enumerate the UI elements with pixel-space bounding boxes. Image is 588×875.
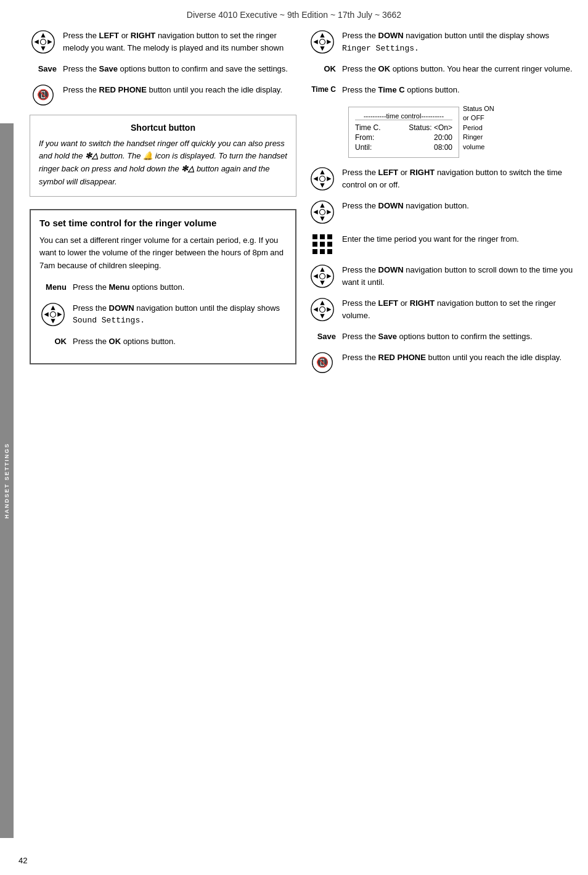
tc-annotation: Status ONor OFF [463,104,494,123]
svg-marker-51 [327,307,331,311]
step-text: Press the LEFT or RIGHT navigation butto… [342,297,576,321]
phone-icon: 📵 [30,84,57,106]
list-item: Press the DOWN navigation button until t… [309,30,576,54]
svg-marker-49 [320,314,324,318]
step-text: Press the OK options button. [73,335,287,348]
svg-marker-42 [320,267,324,271]
step-text: Press the Save options button to confirm… [63,63,296,75]
svg-marker-1 [41,33,45,37]
keypad-icon [309,233,336,255]
step-label-menu: Menu [39,281,67,292]
svg-marker-2 [41,46,45,51]
svg-marker-27 [320,203,324,207]
tc-label: Until: [355,143,372,152]
nav-icon [309,30,336,54]
list-item: Time C Press the Time C options button. [309,84,576,96]
nav-icon [309,166,336,191]
shortcut-text: If you want to switch the handset ringer… [39,138,287,189]
nav-icon [39,302,67,327]
svg-point-13 [50,311,55,317]
svg-rect-37 [327,242,332,247]
nav-icon [309,264,336,289]
svg-marker-9 [51,305,55,310]
svg-marker-16 [320,46,324,51]
svg-marker-18 [327,39,331,44]
header-title: Diverse 4010 Executive ~ 9th Edition ~ 1… [187,10,401,20]
sidebar-label: HANDSET SETTINGS [4,443,10,519]
svg-rect-33 [320,234,325,239]
list-item: Save Press the Save options button to co… [30,63,296,75]
tc-label: From: [355,133,374,142]
right-column: Press the DOWN navigation button until t… [309,30,576,382]
tc-annotations: Status ONor OFF Period Ringervolume [463,104,494,152]
step-text: Press the LEFT or RIGHT navigation butto… [342,166,576,191]
list-item: Press the DOWN navigation button until t… [39,302,287,327]
svg-marker-12 [57,312,62,316]
tc-header: ----------time control---------- [355,112,452,120]
svg-rect-35 [312,242,317,247]
tc-value: 08:00 [434,143,452,152]
step-text: Press the DOWN navigation button to scro… [342,264,576,288]
svg-marker-21 [320,170,324,174]
svg-rect-36 [320,242,325,247]
tc-row: From: 20:00 [355,133,452,142]
step-text: Enter the time period you want for the r… [342,233,576,245]
svg-marker-29 [313,210,317,214]
list-item: 📵 Press the RED PHONE button until you r… [30,84,296,106]
svg-point-5 [40,39,46,44]
shortcut-box: Shortcut button If you want to switch th… [30,115,296,197]
list-item: Press the LEFT or RIGHT navigation butto… [30,30,296,54]
nav-icon [30,30,57,54]
nav-icon [309,297,336,322]
tc-annotation: Ringervolume [463,133,494,152]
svg-text:📵: 📵 [316,356,329,369]
time-control-display: ----------time control---------- Time C.… [342,104,576,160]
time-control-box: ----------time control---------- Time C.… [348,107,459,158]
svg-text:📵: 📵 [37,88,50,101]
list-item: Save Press the Save options button to co… [309,331,576,343]
tc-row: Until: 08:00 [355,142,452,152]
step-label-ok: OK [309,63,336,73]
tc-label: Time C. [355,123,381,132]
svg-marker-10 [51,319,55,323]
svg-rect-40 [327,249,332,254]
step-text: Press the RED PHONE button until you rea… [63,84,296,96]
step-text: Press the RED PHONE button until you rea… [342,351,576,364]
list-item: 📵 Press the RED PHONE button until you r… [309,351,576,374]
svg-marker-50 [313,307,317,311]
list-item: OK Press the OK options button. You hear… [309,63,576,75]
svg-point-25 [319,176,325,181]
section-intro: You can set a different ringer volume fo… [39,234,287,273]
step-label-save: Save [30,63,57,73]
tc-value: 20:00 [434,133,452,142]
svg-point-46 [319,273,325,279]
svg-rect-34 [327,234,332,239]
step-label-ok: OK [39,335,67,346]
step-text: Press the Time C options button. [342,84,576,96]
step-text: Press the Save options button to confirm… [342,331,576,343]
svg-marker-17 [313,39,317,44]
svg-marker-11 [44,312,48,316]
section-box-time-control: To set time control for the ringer volum… [30,209,296,364]
list-item: Press the LEFT or RIGHT navigation butto… [309,166,576,191]
svg-marker-22 [320,183,324,187]
shortcut-title: Shortcut button [39,123,287,133]
list-item: OK Press the OK options button. [39,335,287,348]
sidebar-bar: HANDSET SETTINGS [0,123,14,838]
main-content: Press the LEFT or RIGHT navigation butto… [17,25,588,395]
left-column: Press the LEFT or RIGHT navigation butto… [30,30,296,382]
svg-rect-32 [312,234,317,239]
svg-marker-15 [320,33,324,37]
svg-marker-43 [320,281,324,285]
tc-row: Time C. Status: <On> [355,123,452,133]
svg-marker-44 [313,274,317,278]
tc-annotation: Period [463,123,494,133]
list-item: Enter the time period you want for the r… [309,233,576,255]
svg-marker-30 [327,210,331,214]
svg-marker-3 [34,39,38,44]
step-text: Press the DOWN navigation button. [342,200,576,212]
step-text: Press the DOWN navigation button until t… [73,302,287,327]
svg-marker-24 [327,176,331,181]
step-text: Press the OK options button. You hear th… [342,63,576,75]
svg-rect-39 [320,249,325,254]
